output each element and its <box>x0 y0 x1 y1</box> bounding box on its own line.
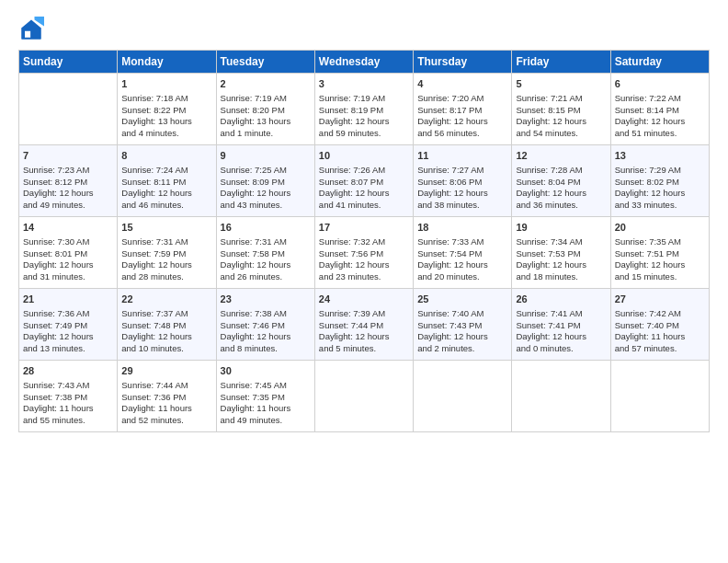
day-info: and 51 minutes. <box>615 128 705 140</box>
day-number: 6 <box>615 77 705 91</box>
svg-rect-4 <box>25 31 30 38</box>
calendar-cell: 27Sunrise: 7:42 AMSunset: 7:40 PMDayligh… <box>610 289 709 361</box>
day-number: 20 <box>615 221 705 235</box>
day-info: Sunset: 8:14 PM <box>615 105 705 117</box>
day-info: Daylight: 13 hours <box>221 116 311 128</box>
day-info: Sunset: 7:40 PM <box>615 320 705 332</box>
week-row-1: 1Sunrise: 7:18 AMSunset: 8:22 PMDaylight… <box>19 74 710 145</box>
day-info: and 2 minutes. <box>417 343 507 355</box>
calendar-cell <box>610 361 709 432</box>
day-info: Sunset: 7:41 PM <box>516 320 606 332</box>
day-info: Daylight: 12 hours <box>417 188 507 200</box>
day-info: Sunrise: 7:31 AM <box>221 236 311 248</box>
calendar-cell: 14Sunrise: 7:30 AMSunset: 8:01 PMDayligh… <box>19 217 118 289</box>
day-number: 30 <box>221 364 311 378</box>
day-info: Daylight: 12 hours <box>121 188 211 200</box>
calendar-cell: 12Sunrise: 7:28 AMSunset: 8:04 PMDayligh… <box>512 145 610 217</box>
day-info: Sunset: 7:43 PM <box>417 320 507 332</box>
day-info: Daylight: 12 hours <box>221 331 311 343</box>
day-info: Sunrise: 7:32 AM <box>319 236 409 248</box>
day-info: Sunset: 8:12 PM <box>23 177 113 189</box>
day-info: Sunrise: 7:23 AM <box>23 165 113 177</box>
day-info: Daylight: 13 hours <box>121 116 211 128</box>
day-info: and 56 minutes. <box>417 128 507 140</box>
day-info: Sunrise: 7:26 AM <box>319 165 409 177</box>
day-info: Sunrise: 7:44 AM <box>121 380 211 392</box>
day-number: 15 <box>121 221 211 235</box>
week-row-5: 28Sunrise: 7:43 AMSunset: 7:38 PMDayligh… <box>19 361 710 432</box>
logo <box>18 17 48 42</box>
page: SundayMondayTuesdayWednesdayThursdayFrid… <box>0 0 728 563</box>
calendar-cell: 8Sunrise: 7:24 AMSunset: 8:11 PMDaylight… <box>118 145 216 217</box>
day-info: and 0 minutes. <box>516 343 606 355</box>
day-info: Sunset: 8:09 PM <box>221 177 311 189</box>
day-header-monday: Monday <box>118 51 216 74</box>
day-info: Sunset: 7:53 PM <box>516 248 606 260</box>
day-info: Sunset: 7:49 PM <box>23 320 113 332</box>
day-info: and 10 minutes. <box>121 343 211 355</box>
calendar-cell: 1Sunrise: 7:18 AMSunset: 8:22 PMDaylight… <box>118 74 216 145</box>
calendar-cell: 11Sunrise: 7:27 AMSunset: 8:06 PMDayligh… <box>414 145 512 217</box>
day-info: and 13 minutes. <box>23 343 113 355</box>
calendar-cell <box>512 361 610 432</box>
day-info: Sunrise: 7:19 AM <box>221 93 311 105</box>
day-info: and 8 minutes. <box>221 343 311 355</box>
day-info: Sunrise: 7:45 AM <box>221 380 311 392</box>
day-info: Daylight: 12 hours <box>516 259 606 271</box>
calendar-cell: 20Sunrise: 7:35 AMSunset: 7:51 PMDayligh… <box>610 217 709 289</box>
calendar-cell <box>19 74 118 145</box>
day-info: Sunset: 8:04 PM <box>516 177 606 189</box>
day-number: 27 <box>615 293 705 306</box>
day-info: Daylight: 12 hours <box>516 116 606 128</box>
calendar-cell: 3Sunrise: 7:19 AMSunset: 8:19 PMDaylight… <box>314 74 413 145</box>
day-info: Daylight: 11 hours <box>121 403 211 415</box>
day-info: Sunset: 7:54 PM <box>417 248 507 260</box>
day-info: Sunrise: 7:27 AM <box>417 165 507 177</box>
calendar-cell <box>414 361 512 432</box>
day-info: Daylight: 12 hours <box>221 259 311 271</box>
day-info: Daylight: 12 hours <box>319 259 409 271</box>
day-info: Sunset: 8:06 PM <box>417 177 507 189</box>
calendar-cell: 2Sunrise: 7:19 AMSunset: 8:20 PMDaylight… <box>216 74 314 145</box>
day-info: and 15 minutes. <box>615 271 705 283</box>
day-info: Sunset: 8:02 PM <box>615 177 705 189</box>
header-row: SundayMondayTuesdayWednesdayThursdayFrid… <box>19 51 710 74</box>
calendar-cell: 28Sunrise: 7:43 AMSunset: 7:38 PMDayligh… <box>19 361 118 432</box>
day-info: Sunset: 7:38 PM <box>23 392 113 404</box>
day-number: 11 <box>417 149 507 163</box>
day-info: Daylight: 12 hours <box>23 331 113 343</box>
day-number: 24 <box>319 293 409 306</box>
day-info: and 57 minutes. <box>615 343 705 355</box>
calendar-cell: 7Sunrise: 7:23 AMSunset: 8:12 PMDaylight… <box>19 145 118 217</box>
day-number: 2 <box>221 77 311 91</box>
day-info: Sunset: 7:58 PM <box>221 248 311 260</box>
day-info: Sunrise: 7:29 AM <box>615 165 705 177</box>
day-info: Daylight: 12 hours <box>23 188 113 200</box>
day-info: Daylight: 12 hours <box>615 259 705 271</box>
day-header-friday: Friday <box>512 51 610 74</box>
day-info: Sunrise: 7:36 AM <box>23 308 113 320</box>
day-info: and 5 minutes. <box>319 343 409 355</box>
day-number: 4 <box>417 77 507 91</box>
day-info: and 43 minutes. <box>221 200 311 212</box>
day-info: Sunset: 7:36 PM <box>121 392 211 404</box>
day-info: Sunset: 8:01 PM <box>23 248 113 260</box>
day-number: 7 <box>23 149 113 163</box>
day-info: Sunrise: 7:34 AM <box>516 236 606 248</box>
day-info: Sunset: 7:51 PM <box>615 248 705 260</box>
calendar-cell: 13Sunrise: 7:29 AMSunset: 8:02 PMDayligh… <box>610 145 709 217</box>
day-number: 17 <box>319 221 409 235</box>
day-number: 5 <box>516 77 606 91</box>
day-header-tuesday: Tuesday <box>216 51 314 74</box>
calendar-cell: 18Sunrise: 7:33 AMSunset: 7:54 PMDayligh… <box>414 217 512 289</box>
day-info: Sunrise: 7:40 AM <box>417 308 507 320</box>
day-info: and 38 minutes. <box>417 200 507 212</box>
day-number: 8 <box>121 149 211 163</box>
day-info: Daylight: 12 hours <box>417 259 507 271</box>
day-number: 13 <box>615 149 705 163</box>
day-info: Sunrise: 7:31 AM <box>121 236 211 248</box>
day-info: Daylight: 12 hours <box>516 188 606 200</box>
day-number: 22 <box>121 293 211 306</box>
day-info: and 33 minutes. <box>615 200 705 212</box>
day-number: 18 <box>417 221 507 235</box>
